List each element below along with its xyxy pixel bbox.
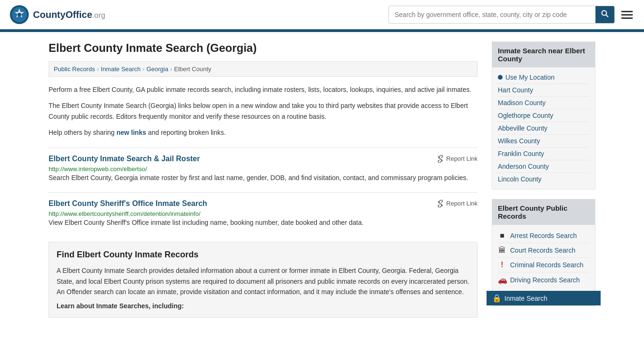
description-1: Perform a free Elbert County, GA public … — [49, 84, 478, 95]
breadcrumb-sep: › — [142, 66, 144, 73]
sidebar-nearby-hart[interactable]: Hart County — [498, 84, 589, 97]
result-2-url[interactable]: http://www.elbertcountysheriff.com/deten… — [49, 210, 200, 217]
result-1-report-label: Report Link — [446, 155, 478, 162]
find-section: Find Elbert County Inmate Records A Elbe… — [49, 242, 478, 317]
sidebar-driving-records: 🚗 Driving Records Search — [498, 272, 589, 287]
result-1-title[interactable]: Elbert County Inmate Search & Jail Roste… — [49, 155, 200, 163]
sidebar-nearby-header: Inmate Search near Elbert County — [492, 42, 595, 67]
search-button[interactable] — [595, 6, 614, 23]
breadcrumb-sep: › — [170, 66, 172, 73]
main-content: Elbert County Inmate Search (Georgia) Pu… — [49, 41, 478, 318]
inmate-icon: 🔒 — [492, 294, 501, 303]
criminal-icon: ! — [498, 261, 506, 269]
hamburger-menu-button[interactable] — [619, 9, 635, 21]
desc3-pre: Help others by sharing — [49, 129, 116, 136]
find-title: Find Elbert County Inmate Records — [57, 250, 470, 260]
sidebar-nearby-anderson[interactable]: Anderson County — [498, 160, 589, 173]
sidebar-public-records-section: Elbert County Public Records ■ Arrest Re… — [492, 199, 595, 306]
search-input[interactable] — [389, 7, 595, 22]
sidebar-nearby-madison[interactable]: Madison County — [498, 97, 589, 109]
sidebar-court-records: 🏛 Court Records Search — [498, 243, 589, 258]
site-header: CountyOffice.org — [0, 0, 644, 31]
sidebar-nearby-section: Inmate Search near Elbert County Use My … — [492, 41, 595, 189]
result-1-header: Elbert County Inmate Search & Jail Roste… — [49, 155, 478, 163]
result-1-desc: Search Elbert County, Georgia inmate ros… — [49, 173, 478, 183]
logo-icon — [9, 5, 29, 25]
unlink-icon-2 — [437, 200, 444, 207]
result-1-report[interactable]: Report Link — [437, 155, 478, 163]
breadcrumb: Public Records › Inmate Search › Georgia… — [49, 61, 478, 77]
breadcrumb-public-records[interactable]: Public Records — [54, 66, 95, 73]
new-links-link[interactable]: new links — [116, 129, 146, 136]
sidebar-arrest-records: ■ Arrest Records Search — [498, 229, 589, 243]
breadcrumb-inmate-search[interactable]: Inmate Search — [101, 66, 141, 73]
result-2-header: Elbert County Sheriff's Office Inmate Se… — [49, 199, 478, 208]
header-right — [388, 6, 635, 24]
page-title: Elbert County Inmate Search (Georgia) — [49, 41, 478, 55]
breadcrumb-georgia[interactable]: Georgia — [147, 66, 168, 73]
result-2-title[interactable]: Elbert County Sheriff's Office Inmate Se… — [49, 199, 207, 208]
sidebar-nearby-lincoln[interactable]: Lincoln County — [498, 173, 589, 185]
arrest-icon: ■ — [498, 231, 506, 240]
search-bar — [388, 6, 615, 24]
find-desc-1: A Elbert County Inmate Search provides d… — [57, 265, 470, 297]
result-2-desc: View Elbert County Sheriff's Office inma… — [49, 217, 478, 228]
sidebar-nearby-oglethorpe[interactable]: Oglethorpe County — [498, 109, 589, 122]
result-2-report[interactable]: Report Link — [437, 200, 478, 207]
unlink-icon — [437, 155, 444, 163]
driving-icon: 🚗 — [498, 275, 506, 284]
desc3-post: and reporting broken links. — [146, 129, 226, 136]
sidebar-inmate-search-active: 🔒 Inmate Search — [487, 291, 601, 305]
svg-point-4 — [602, 11, 607, 16]
sidebar-nearby-franklin[interactable]: Franklin County — [498, 148, 589, 160]
court-records-link[interactable]: Court Records Search — [510, 247, 576, 254]
hamburger-line — [621, 17, 633, 19]
main-container: Elbert County Inmate Search (Georgia) Pu… — [39, 32, 605, 327]
breadcrumb-sep: › — [97, 66, 99, 73]
sidebar-public-records-header: Elbert County Public Records — [492, 199, 595, 225]
sidebar-nearby-body: Use My Location Hart County Madison Coun… — [492, 67, 595, 189]
result-2-report-label: Report Link — [446, 200, 478, 207]
result-item-1: Elbert County Inmate Search & Jail Roste… — [49, 148, 478, 183]
arrest-records-link[interactable]: Arrest Records Search — [510, 232, 577, 239]
result-1-url[interactable]: http://www.interopweb.com/elbertso/ — [49, 165, 147, 173]
search-icon — [601, 10, 609, 17]
sidebar: Inmate Search near Elbert County Use My … — [492, 41, 595, 318]
description-3: Help others by sharing new links and rep… — [49, 127, 478, 138]
hamburger-line — [621, 11, 633, 12]
svg-line-5 — [606, 15, 609, 17]
sidebar-criminal-records: ! Criminal Records Search — [498, 258, 589, 272]
description-2: The Elbert County Inmate Search (Georgia… — [49, 100, 478, 122]
svg-point-3 — [17, 13, 21, 16]
use-location-item: Use My Location — [498, 71, 589, 84]
breadcrumb-current: Elbert County — [174, 66, 211, 73]
court-icon: 🏛 — [498, 246, 506, 255]
location-dot-icon — [498, 75, 503, 80]
logo-area: CountyOffice.org — [9, 5, 105, 25]
sidebar-nearby-abbeville[interactable]: Abbeville County — [498, 122, 589, 135]
criminal-records-link[interactable]: Criminal Records Search — [510, 261, 584, 269]
logo-text: CountyOffice.org — [33, 9, 105, 20]
inmate-search-link[interactable]: Inmate Search — [504, 295, 547, 302]
hamburger-line — [621, 14, 633, 16]
learn-title: Learn about Inmate Searches, including: — [57, 302, 470, 310]
sidebar-public-records-body: ■ Arrest Records Search 🏛 Court Records … — [492, 225, 595, 291]
use-location-link[interactable]: Use My Location — [505, 74, 554, 81]
result-item-2: Elbert County Sheriff's Office Inmate Se… — [49, 192, 478, 228]
sidebar-nearby-wilkes[interactable]: Wilkes County — [498, 135, 589, 148]
driving-records-link[interactable]: Driving Records Search — [510, 276, 580, 284]
